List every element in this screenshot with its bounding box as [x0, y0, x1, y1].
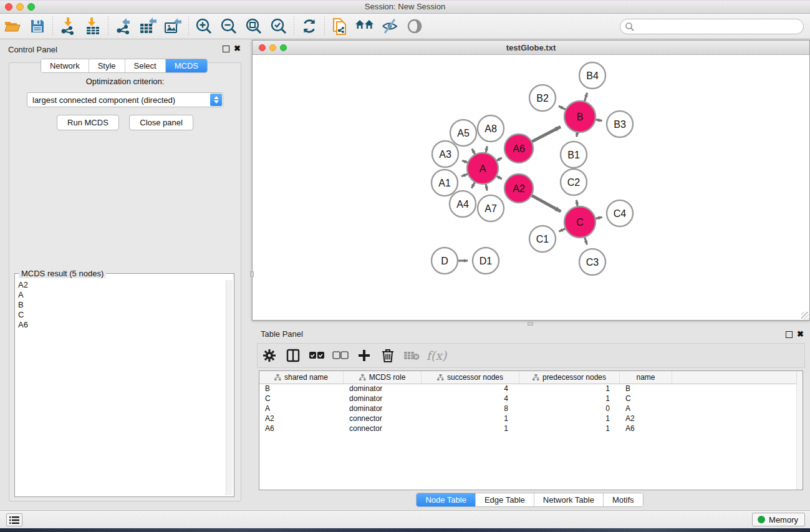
node-A6[interactable]: A6 [504, 134, 533, 163]
edge-C-C1[interactable] [559, 228, 566, 231]
table-cell[interactable]: connector [344, 414, 422, 424]
table-cell[interactable]: 0 [519, 404, 620, 414]
table-cell[interactable]: 1 [519, 424, 620, 434]
tab-select[interactable]: Select [125, 59, 166, 72]
tab-network[interactable]: Network [41, 59, 89, 72]
import-table-button[interactable] [80, 16, 105, 37]
node-B3[interactable]: B3 [607, 111, 633, 137]
table-row[interactable]: Cdominator41C [259, 394, 803, 404]
node-A2[interactable]: A2 [504, 174, 533, 203]
edge-C-C3[interactable] [584, 237, 587, 244]
open-file-button[interactable] [0, 16, 25, 37]
node-C1[interactable]: C1 [529, 226, 556, 252]
tab-mcds[interactable]: MCDS [166, 59, 207, 72]
node-C3[interactable]: C3 [579, 249, 605, 275]
column-header-predecessor-nodes[interactable]: predecessor nodes [519, 371, 620, 384]
clone-network-button[interactable] [327, 16, 352, 37]
result-item[interactable]: A [16, 290, 225, 300]
node-A8[interactable]: A8 [478, 115, 504, 142]
show-column-button[interactable] [281, 346, 305, 365]
column-header-successor-nodes[interactable]: successor nodes [422, 371, 519, 384]
vertical-splitter-grip[interactable] [250, 271, 254, 277]
table-cell[interactable]: A6 [620, 424, 672, 434]
zoom-out-button[interactable] [216, 16, 241, 37]
float-panel-icon[interactable] [223, 46, 229, 52]
table-cell[interactable]: connector [344, 424, 422, 434]
memory-button[interactable]: Memory [752, 513, 805, 526]
zoom-in-button[interactable] [191, 16, 216, 37]
mcds-result-list[interactable]: A2ABCA6 [16, 280, 225, 495]
import-network-button[interactable] [55, 16, 80, 37]
run-mcds-button[interactable]: Run MCDS [57, 115, 119, 130]
tab-network-table[interactable]: Network Table [534, 493, 604, 506]
tab-style[interactable]: Style [89, 59, 125, 72]
table-cell[interactable]: 1 [422, 414, 519, 424]
result-item[interactable]: A2 [16, 280, 225, 290]
edge-A-A4[interactable] [471, 182, 475, 188]
table-cell[interactable]: C [620, 394, 672, 404]
window-resize-grip[interactable] [801, 312, 809, 319]
edge-A-A2[interactable] [496, 176, 502, 179]
edge-A6-B[interactable] [531, 127, 561, 142]
column-header-name[interactable]: name [620, 371, 672, 384]
tab-edge-table[interactable]: Edge Table [476, 493, 534, 506]
export-image-button[interactable] [161, 16, 186, 37]
create-column-button[interactable] [352, 346, 376, 365]
deselect-all-button[interactable] [329, 346, 352, 365]
node-B[interactable]: B [564, 101, 595, 132]
node-A[interactable]: A [467, 153, 498, 184]
edge-A-A6[interactable] [496, 158, 502, 161]
table-cell[interactable]: 1 [422, 424, 519, 434]
refresh-button[interactable] [297, 16, 322, 37]
criterion-dropdown[interactable]: largest connected component (directed) [27, 92, 223, 107]
node-C2[interactable]: C2 [561, 169, 587, 195]
edge-C-C2[interactable] [576, 200, 577, 207]
table-cell[interactable]: 1 [519, 414, 620, 424]
table-cell[interactable]: C [259, 394, 344, 404]
table-cell[interactable]: 1 [519, 384, 620, 394]
zoom-fit-button[interactable] [241, 16, 266, 37]
node-A1[interactable]: A1 [432, 170, 458, 196]
edge-A-A1[interactable] [461, 174, 468, 177]
float-panel-icon[interactable] [786, 331, 793, 338]
tab-node-table[interactable]: Node Table [417, 493, 476, 506]
table-cell[interactable]: dominator [344, 394, 422, 404]
node-C[interactable]: C [564, 206, 595, 238]
column-header-MCDS-role[interactable]: MCDS role [344, 371, 422, 384]
node-B2[interactable]: B2 [529, 85, 556, 111]
table-cell[interactable]: dominator [344, 384, 422, 394]
function-builder-button[interactable]: f(x) [423, 346, 447, 365]
edge-C-C4[interactable] [595, 217, 602, 218]
table-cell[interactable]: dominator [344, 404, 422, 414]
table-cell[interactable]: A2 [259, 414, 344, 424]
export-network-button[interactable] [111, 16, 136, 37]
edge-A-A3[interactable] [462, 160, 468, 163]
zoom-selected-button[interactable] [266, 16, 291, 37]
search-input[interactable] [637, 20, 799, 33]
result-scrollbar[interactable] [226, 280, 233, 495]
table-row[interactable]: Bdominator41B [259, 384, 803, 394]
tab-motifs[interactable]: Motifs [604, 493, 643, 506]
close-panel-icon[interactable]: ✖ [234, 44, 241, 53]
edge-A-A5[interactable] [472, 148, 475, 155]
select-all-button[interactable] [305, 346, 329, 365]
node-D1[interactable]: D1 [473, 248, 499, 274]
network-canvas[interactable]: B4B2BB3A8A5A6A3B1AA1C2A2A4A7C4CC1DD1C3 [254, 56, 808, 319]
table-cell[interactable]: A [620, 404, 672, 414]
close-panel-button[interactable]: Close panel [129, 115, 193, 130]
save-session-button[interactable] [25, 16, 50, 37]
table-cell[interactable]: 4 [422, 394, 519, 404]
show-all-button[interactable] [402, 16, 427, 37]
column-header-shared-name[interactable]: shared name [259, 371, 344, 384]
result-item[interactable]: C [16, 310, 225, 320]
table-row[interactable]: A6connector11A6 [259, 424, 803, 434]
edge-B-B2[interactable] [559, 106, 566, 110]
edge-A2-C[interactable] [531, 195, 561, 211]
table-settings-button[interactable] [258, 346, 281, 365]
node-A5[interactable]: A5 [450, 120, 476, 146]
node-A3[interactable]: A3 [432, 141, 458, 167]
node-D[interactable]: D [432, 248, 458, 274]
edge-A-A7[interactable] [486, 183, 487, 190]
table-cell[interactable]: A [259, 404, 344, 414]
delete-column-button[interactable] [376, 346, 400, 365]
